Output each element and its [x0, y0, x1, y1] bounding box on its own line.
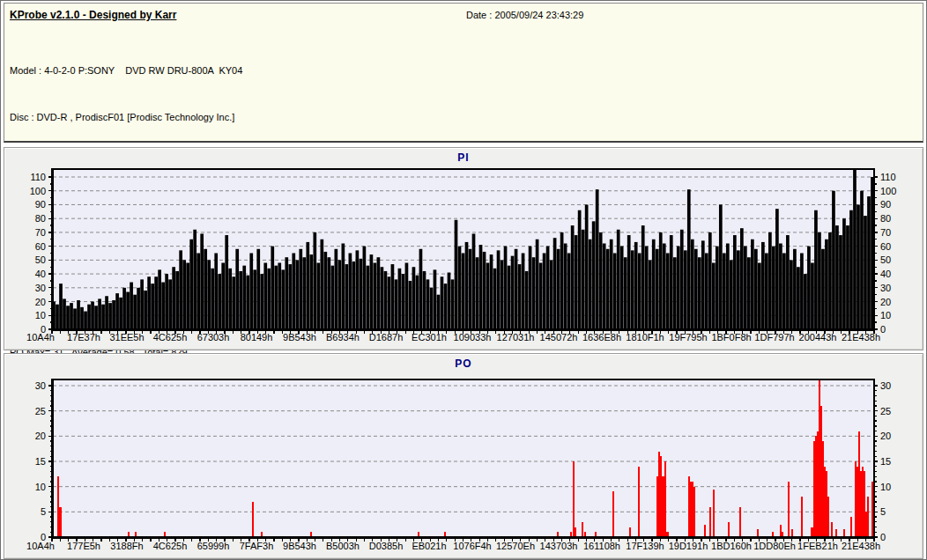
- svg-text:17F139h: 17F139h: [626, 541, 664, 551]
- svg-text:25: 25: [880, 406, 891, 416]
- svg-text:1DD80Eh: 1DD80Eh: [753, 541, 796, 551]
- svg-text:80: 80: [880, 213, 891, 224]
- svg-text:25: 25: [35, 406, 46, 416]
- svg-text:D1687h: D1687h: [369, 332, 404, 343]
- svg-text:12570Eh: 12570Eh: [496, 541, 535, 551]
- svg-text:10A4h: 10A4h: [26, 541, 55, 551]
- svg-text:3188Fh: 3188Fh: [110, 541, 143, 551]
- svg-text:10: 10: [880, 310, 891, 321]
- svg-text:10: 10: [35, 310, 46, 321]
- pi-x-labels: 10A4h17E37h31EE5h4C625h67303h80149h9B543…: [26, 332, 880, 343]
- svg-text:15: 15: [880, 456, 891, 467]
- svg-text:65999h: 65999h: [197, 541, 230, 551]
- svg-text:15: 15: [35, 456, 46, 467]
- svg-text:19D191h: 19D191h: [669, 541, 708, 551]
- svg-text:60: 60: [35, 241, 46, 252]
- svg-text:109033h: 109033h: [454, 332, 492, 343]
- svg-text:31EE5h: 31EE5h: [109, 332, 144, 343]
- svg-text:1810F1h: 1810F1h: [626, 332, 664, 343]
- svg-text:B6934h: B6934h: [326, 332, 360, 343]
- svg-text:D0385h: D0385h: [369, 541, 404, 551]
- info-line-model: Model : 4-0-2-0 P:SONY DVD RW DRU-800A K…: [10, 63, 242, 79]
- svg-text:50: 50: [35, 254, 46, 265]
- svg-text:177E5h: 177E5h: [67, 541, 100, 551]
- svg-text:21E438h: 21E438h: [842, 332, 880, 343]
- svg-text:10: 10: [880, 482, 891, 492]
- svg-text:10A4h: 10A4h: [26, 332, 55, 343]
- report-date: Date : 2005/09/24 23:43:29: [466, 10, 583, 20]
- svg-text:90: 90: [880, 199, 891, 210]
- svg-text:EC301h: EC301h: [412, 332, 447, 343]
- svg-text:70: 70: [880, 227, 891, 238]
- svg-text:1076F4h: 1076F4h: [453, 541, 491, 551]
- svg-text:90: 90: [35, 199, 46, 210]
- po-chart: 00551010151520202525303010A4h177E5h3188F…: [5, 355, 923, 559]
- svg-text:0: 0: [880, 532, 886, 542]
- svg-text:110: 110: [880, 172, 896, 182]
- svg-text:30: 30: [880, 380, 891, 391]
- header-panel: KProbe v2.1.0 - Designed by Karr Date : …: [4, 3, 923, 143]
- info-line-disc: Disc : DVD-R , ProdiscF01 [Prodisc Techn…: [10, 110, 242, 126]
- svg-text:0: 0: [880, 324, 886, 335]
- po-chart-panel: PO 00551010151520202525303010A4h177E5h31…: [4, 353, 923, 559]
- svg-text:21E438h: 21E438h: [842, 541, 880, 551]
- svg-text:19F795h: 19F795h: [669, 332, 707, 343]
- svg-text:200443h: 200443h: [799, 332, 837, 343]
- svg-text:9B543h: 9B543h: [283, 541, 316, 551]
- svg-text:30: 30: [35, 283, 46, 293]
- svg-text:5: 5: [880, 506, 886, 517]
- svg-text:30: 30: [35, 380, 46, 391]
- app-title: KProbe v2.1.0 - Designed by Karr: [10, 9, 176, 21]
- svg-text:40: 40: [35, 269, 46, 279]
- svg-text:17E37h: 17E37h: [67, 332, 100, 343]
- po-x-labels: 10A4h177E5h3188Fh4C625h65999h7FAF3h9B543…: [26, 541, 880, 551]
- svg-text:1BF0F8h: 1BF0F8h: [711, 332, 751, 343]
- svg-text:100: 100: [880, 186, 896, 196]
- svg-text:EB021h: EB021h: [412, 541, 446, 551]
- svg-text:7FAF3h: 7FAF3h: [240, 541, 274, 551]
- svg-text:4C625h: 4C625h: [153, 332, 188, 343]
- pi-chart-panel: PI 0010102020303040405050606070708080909…: [4, 147, 923, 350]
- svg-text:30: 30: [880, 283, 891, 293]
- svg-text:1636E8h: 1636E8h: [582, 332, 621, 343]
- kprobe-window: KProbe v2.1.0 - Designed by Karr Date : …: [0, 0, 927, 560]
- svg-text:80149h: 80149h: [241, 332, 273, 343]
- svg-text:20: 20: [880, 297, 891, 307]
- svg-text:5: 5: [41, 506, 46, 517]
- svg-text:60: 60: [880, 241, 891, 252]
- svg-text:1FEB21h: 1FEB21h: [797, 541, 838, 551]
- svg-text:B5003h: B5003h: [326, 541, 360, 551]
- svg-text:20: 20: [880, 431, 891, 441]
- svg-text:143703h: 143703h: [540, 541, 578, 551]
- svg-text:40: 40: [880, 269, 891, 279]
- svg-text:20: 20: [35, 431, 46, 441]
- svg-text:1DF797h: 1DF797h: [754, 332, 794, 343]
- svg-text:127031h: 127031h: [497, 332, 535, 343]
- svg-text:161108h: 161108h: [583, 541, 620, 551]
- svg-text:4C625h: 4C625h: [153, 541, 188, 551]
- po-plot-bg: [52, 379, 874, 537]
- svg-text:20: 20: [35, 297, 46, 307]
- svg-text:50: 50: [880, 254, 891, 265]
- svg-text:110: 110: [30, 172, 46, 182]
- svg-text:1BD160h: 1BD160h: [711, 541, 752, 551]
- svg-text:80: 80: [35, 213, 46, 224]
- pi-chart: 0010102020303040405050606070708080909010…: [5, 149, 923, 350]
- svg-text:70: 70: [35, 227, 46, 238]
- svg-text:100: 100: [30, 186, 46, 196]
- svg-text:145072h: 145072h: [540, 332, 578, 343]
- svg-text:10: 10: [35, 482, 46, 492]
- svg-text:67303h: 67303h: [197, 332, 230, 343]
- svg-text:9B543h: 9B543h: [283, 332, 316, 343]
